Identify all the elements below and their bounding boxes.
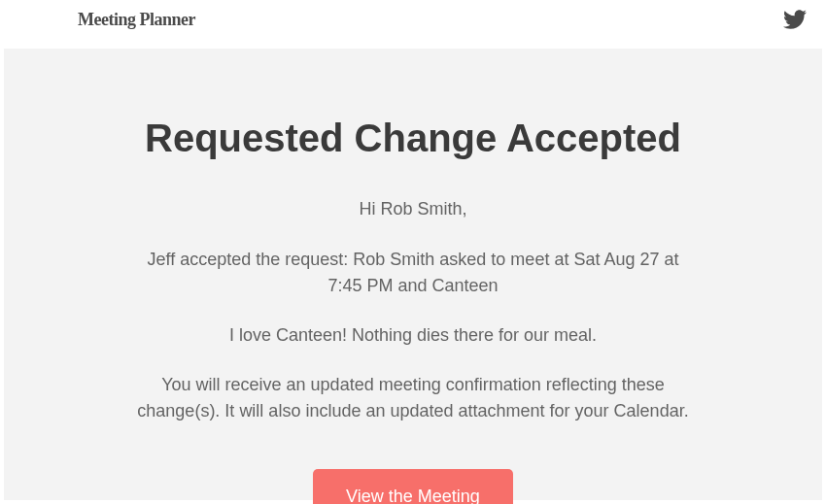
content-area: Requested Change Accepted Hi Rob Smith, … — [4, 49, 822, 500]
brand-logo: Meeting Planner — [78, 10, 195, 30]
body-para-2: I love Canteen! Nothing dies there for o… — [131, 322, 695, 349]
body-para-3: You will receive an updated meeting conf… — [131, 372, 695, 424]
body-para-1: Jeff accepted the request: Rob Smith ask… — [131, 247, 695, 299]
greeting-text: Hi Rob Smith, — [91, 199, 735, 219]
header-bar: Meeting Planner — [0, 0, 826, 49]
page-title: Requested Change Accepted — [91, 117, 735, 160]
twitter-icon[interactable] — [783, 8, 807, 31]
view-meeting-button[interactable]: View the Meeting — [313, 469, 513, 504]
